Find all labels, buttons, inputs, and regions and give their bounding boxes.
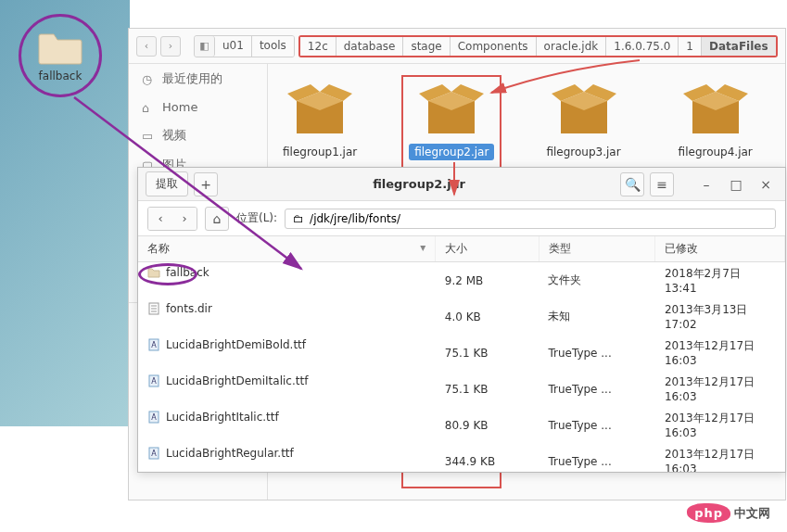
arc-home-button[interactable]: ⌂	[205, 207, 229, 231]
callout-folder: fallback	[19, 14, 102, 97]
col-type[interactable]: 类型	[539, 236, 655, 262]
video-icon: ▭	[142, 129, 155, 142]
text-icon	[147, 302, 160, 315]
minimize-button[interactable]: –	[694, 172, 718, 196]
breadcrumb-bar: ‹ › ◧ u01 tools 12c database stage Compo…	[129, 29, 785, 64]
folder-name: filegroup4.jar	[673, 144, 758, 160]
maximize-button[interactable]: □	[724, 172, 748, 196]
breadcrumb-segment[interactable]: 1	[679, 37, 702, 56]
callout-label: fallback	[39, 70, 83, 82]
breadcrumb-segment-current[interactable]: DataFiles	[702, 37, 776, 56]
folder-name: filegroup1.jar	[277, 144, 362, 160]
file-modified: 2013年12月17日 16:03	[655, 443, 785, 472]
file-size: 344.9 KB	[436, 443, 539, 472]
file-modified: 2013年12月17日 16:03	[655, 335, 785, 371]
file-size: 4.0 KB	[436, 298, 539, 335]
file-modified: 2013年12月17日 16:03	[655, 371, 785, 407]
folder-name: filegroup3.jar	[540, 144, 626, 160]
table-row[interactable]: ALucidaBrightDemiBold.ttf 75.1 KB TrueTy…	[138, 335, 785, 371]
archive-window: 提取 + filegroup2.jar 🔍 ≡ – □ × ‹ › ⌂ 位置(L…	[137, 167, 786, 473]
breadcrumb-segment[interactable]: 12c	[300, 37, 336, 56]
package-icon	[287, 82, 352, 138]
table-row[interactable]: fallback 9.2 MB 文件夹 2018年2月7日 13:41	[138, 262, 785, 299]
close-button[interactable]: ×	[754, 172, 778, 196]
file-size: 9.2 MB	[436, 262, 539, 299]
svg-text:A: A	[151, 377, 157, 386]
search-button[interactable]: 🔍	[620, 172, 644, 196]
nav-forward-button[interactable]: ›	[160, 36, 181, 57]
breadcrumb-segment[interactable]: database	[336, 37, 404, 56]
breadcrumb-segment[interactable]: stage	[403, 37, 450, 56]
svg-text:A: A	[151, 413, 157, 422]
extract-button[interactable]: 提取	[146, 171, 188, 196]
col-name[interactable]: 名称 ▾	[138, 236, 436, 262]
font-icon: A	[147, 374, 160, 387]
file-name: LucidaBrightRegular.ttf	[166, 447, 294, 460]
package-icon	[683, 82, 748, 138]
col-modified[interactable]: 已修改	[655, 236, 785, 262]
file-type: TrueType ...	[539, 443, 655, 472]
sidebar-item-recent[interactable]: ◷最近使用的	[129, 64, 267, 94]
sidebar-item-home[interactable]: ⌂Home	[129, 94, 267, 120]
package-icon	[419, 82, 484, 138]
file-type: 未知	[539, 298, 655, 335]
file-type: 文件夹	[539, 262, 655, 299]
arc-forward-button[interactable]: ›	[172, 208, 197, 230]
font-icon: A	[147, 447, 160, 460]
svg-text:A: A	[151, 341, 157, 349]
table-row[interactable]: ALucidaBrightItalic.ttf 80.9 KB TrueType…	[138, 407, 785, 443]
nav-back-button[interactable]: ‹	[136, 36, 157, 57]
menu-button[interactable]: ≡	[650, 172, 674, 196]
breadcrumb-segment[interactable]: oracle.jdk	[537, 37, 607, 56]
file-size: 75.1 KB	[436, 335, 539, 371]
sidebar-item-label: 视频	[162, 127, 186, 144]
breadcrumb-segment[interactable]: tools	[252, 36, 294, 57]
archive-title: filegroup2.jar	[223, 177, 615, 191]
font-icon: A	[147, 411, 160, 424]
table-row[interactable]: ALucidaBrightRegular.ttf 344.9 KB TrueTy…	[138, 443, 785, 472]
file-name: LucidaBrightItalic.ttf	[166, 411, 279, 424]
file-table: 名称 ▾ 大小 类型 已修改 fallback 9.2 MB 文件夹 2018年…	[138, 236, 785, 472]
file-size: 75.1 KB	[436, 371, 539, 407]
breadcrumb-segment[interactable]: Components	[451, 37, 537, 56]
file-name: LucidaBrightDemiItalic.ttf	[166, 374, 308, 387]
font-icon: A	[147, 338, 160, 351]
watermark-text: 中文网	[734, 505, 770, 522]
folder-name: filegroup2.jar	[409, 144, 494, 160]
location-label: 位置(L):	[236, 210, 277, 226]
location-path[interactable]: 🗀 /jdk/jre/lib/fonts/	[285, 209, 776, 229]
folder-icon	[37, 29, 83, 66]
sidebar-item-video[interactable]: ▭视频	[129, 120, 267, 150]
clock-icon: ◷	[142, 72, 155, 85]
breadcrumb-segment[interactable]: u01	[215, 36, 252, 57]
arc-back-button[interactable]: ‹	[148, 208, 172, 230]
file-modified: 2018年2月7日 13:41	[655, 262, 785, 299]
file-modified: 2013年12月17日 16:03	[655, 407, 785, 443]
breadcrumb-segment[interactable]: 1.6.0.75.0	[606, 37, 679, 56]
file-name: fallback	[166, 266, 209, 279]
home-icon: ⌂	[142, 101, 155, 114]
folder-icon: 🗀	[293, 212, 304, 225]
disk-icon[interactable]: ◧	[195, 36, 215, 57]
table-row[interactable]: fonts.dir 4.0 KB 未知 2013年3月13日 17:02	[138, 298, 785, 335]
location-path-text: /jdk/jre/lib/fonts/	[310, 212, 400, 225]
col-size[interactable]: 大小	[436, 236, 539, 262]
file-type: TrueType ...	[539, 371, 655, 407]
file-modified: 2013年3月13日 17:02	[655, 298, 785, 335]
table-row[interactable]: ALucidaBrightDemiItalic.ttf 75.1 KB True…	[138, 371, 785, 407]
package-icon	[552, 82, 616, 138]
file-type: TrueType ...	[539, 407, 655, 443]
file-name: fonts.dir	[166, 302, 212, 315]
file-size: 80.9 KB	[436, 407, 539, 443]
breadcrumb-highlighted: 12c database stage Components oracle.jdk…	[298, 35, 778, 57]
svg-text:A: A	[151, 450, 157, 458]
sidebar-item-label: 最近使用的	[162, 70, 222, 87]
file-type: TrueType ...	[539, 335, 655, 371]
file-name: LucidaBrightDemiBold.ttf	[166, 338, 306, 351]
archive-toolbar: ‹ › ⌂ 位置(L): 🗀 /jdk/jre/lib/fonts/	[138, 201, 785, 236]
sidebar-item-label: Home	[162, 100, 197, 114]
add-button[interactable]: +	[194, 172, 218, 196]
watermark-logo: php	[687, 503, 730, 523]
archive-header: 提取 + filegroup2.jar 🔍 ≡ – □ ×	[138, 168, 785, 201]
folder-icon	[147, 266, 160, 279]
